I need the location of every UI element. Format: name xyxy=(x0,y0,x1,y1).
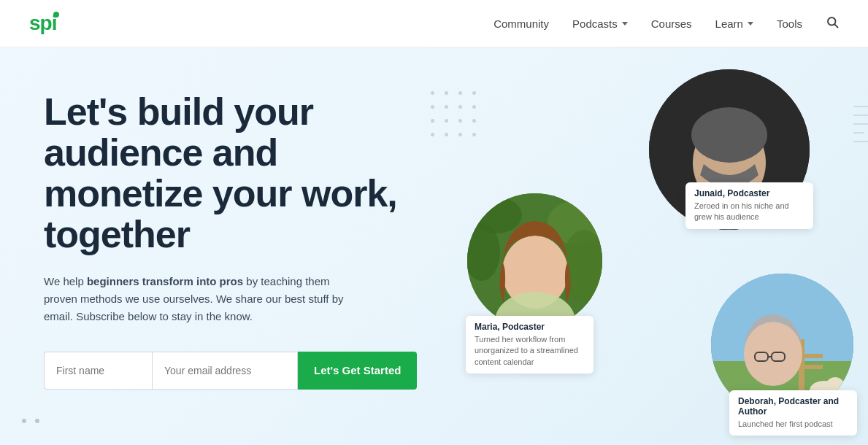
nav-community-label: Community xyxy=(493,18,549,30)
bottom-dot xyxy=(35,419,39,423)
hero-subtext-bold: beginners transform into pros xyxy=(87,275,243,287)
svg-point-23 xyxy=(826,377,844,392)
nav-podcasts-label: Podcasts xyxy=(572,18,618,30)
dot xyxy=(431,119,434,123)
hero-right: Junaid, Podcaster Zeroed in on his niche… xyxy=(445,47,868,445)
testimonial-junaid-desc: Zeroed in on his niche and grew his audi… xyxy=(694,201,804,223)
nav-learn-label: Learn xyxy=(715,18,743,30)
dot xyxy=(431,91,434,95)
testimonial-junaid-name: Junaid, Podcaster xyxy=(694,188,804,198)
testimonial-maria-desc: Turned her workflow from unorganized to … xyxy=(475,334,585,368)
deco-line xyxy=(853,106,868,107)
testimonial-maria-name: Maria, Podcaster xyxy=(475,322,585,332)
deco-lines xyxy=(853,106,868,142)
nav-learn[interactable]: Learn xyxy=(715,18,753,30)
search-icon xyxy=(826,15,839,28)
hero-section: Let's build your audience and monetize y… xyxy=(0,47,868,445)
logo-dot xyxy=(53,12,59,18)
search-button[interactable] xyxy=(826,15,839,32)
hero-left: Let's build your audience and monetize y… xyxy=(0,47,445,445)
navbar: spi Community Podcasts Courses Learn Too… xyxy=(0,0,868,47)
nav-tools[interactable]: Tools xyxy=(777,18,802,30)
nav-courses-label: Courses xyxy=(651,18,692,30)
testimonial-deborah: Deborah, Podcaster and Author Launched h… xyxy=(729,390,857,436)
logo-text: spi xyxy=(29,12,56,34)
nav-links: Community Podcasts Courses Learn Tools xyxy=(493,15,839,32)
maria-photo xyxy=(467,193,602,328)
testimonial-maria: Maria, Podcaster Turned her workflow fro… xyxy=(466,316,594,374)
cta-button[interactable]: Let's Get Started xyxy=(298,352,417,390)
bottom-dots-decoration xyxy=(22,419,39,423)
svg-line-1 xyxy=(834,24,837,27)
hero-subtext: We help beginners transform into pros by… xyxy=(44,273,365,325)
deco-line xyxy=(853,115,868,116)
testimonial-junaid: Junaid, Podcaster Zeroed in on his niche… xyxy=(685,182,813,229)
deco-line xyxy=(853,132,864,134)
maria-silhouette xyxy=(467,193,602,328)
email-input[interactable] xyxy=(152,352,298,390)
nav-podcasts[interactable]: Podcasts xyxy=(572,18,628,30)
firstname-input[interactable] xyxy=(44,352,152,390)
testimonial-deborah-name: Deborah, Podcaster and Author xyxy=(738,396,848,417)
hero-headline: Let's build your audience and monetize y… xyxy=(44,91,409,255)
nav-courses[interactable]: Courses xyxy=(651,18,692,30)
deco-line xyxy=(853,141,868,142)
dot xyxy=(431,105,434,109)
svg-point-6 xyxy=(691,107,767,163)
learn-chevron-icon xyxy=(748,22,753,26)
testimonial-deborah-desc: Launched her first podcast xyxy=(738,419,848,430)
bottom-dot xyxy=(22,419,26,423)
nav-tools-label: Tools xyxy=(777,18,802,30)
logo[interactable]: spi xyxy=(29,13,56,34)
podcasts-chevron-icon xyxy=(622,22,628,26)
dot xyxy=(431,133,434,136)
nav-community[interactable]: Community xyxy=(493,18,549,30)
signup-form: Let's Get Started xyxy=(44,352,409,390)
deco-line xyxy=(853,123,868,125)
